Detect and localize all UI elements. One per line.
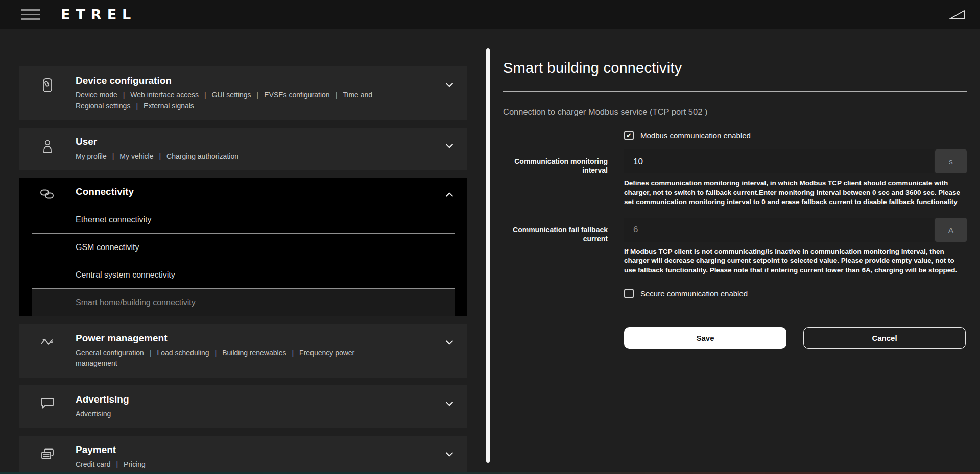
- sidebar-section-user[interactable]: User My profileMy vehicleCharging author…: [19, 128, 467, 170]
- section-title: Advertising: [76, 394, 432, 405]
- modbus-form: Modbus communication enabled Communicati…: [503, 131, 967, 349]
- fallback-current-label: Communication fail fallback current: [503, 218, 608, 286]
- sidebar-section-power-management[interactable]: Power management General configurationLo…: [19, 324, 467, 378]
- section-title: User: [76, 136, 432, 147]
- sidebar-section-device-configuration[interactable]: Device configuration Device modeWeb inte…: [19, 66, 467, 120]
- sidebar-section-advertising[interactable]: Advertising Advertising: [19, 385, 467, 428]
- monitoring-interval-label: Communication monitoring interval: [503, 149, 608, 218]
- signal-strength-icon: [948, 8, 966, 21]
- secure-communication-checkbox-label: Secure communication enabled: [640, 289, 748, 298]
- main-panel: Smart building connectivity Connection t…: [503, 29, 967, 349]
- link-advertising[interactable]: Advertising: [76, 410, 111, 418]
- section-title: Device configuration: [76, 75, 432, 86]
- sidebar-item-ethernet-connectivity[interactable]: Ethernet connectivity: [32, 206, 455, 234]
- modbus-enabled-checkbox-row[interactable]: Modbus communication enabled: [624, 131, 967, 140]
- link-evses-configuration[interactable]: EVSEs configuration: [251, 91, 330, 99]
- section-title: Connectivity: [76, 186, 432, 197]
- monitoring-interval-help-text: Defines communication monitoring interva…: [624, 179, 967, 207]
- chevron-down-icon[interactable]: [432, 385, 467, 409]
- seconds-unit-badge: s: [935, 149, 967, 173]
- page-title: Smart building connectivity: [503, 60, 967, 77]
- modbus-enabled-checkbox-label: Modbus communication enabled: [640, 131, 751, 140]
- section-links: My profileMy vehicleCharging authorizati…: [76, 151, 382, 162]
- link-general-configuration[interactable]: General configuration: [76, 348, 144, 357]
- link-device-mode[interactable]: Device mode: [76, 91, 117, 99]
- sidebar-item-gsm-connectivity[interactable]: GSM connectivity: [32, 234, 455, 261]
- secure-communication-checkbox[interactable]: [624, 289, 634, 298]
- panel-scrollbar[interactable]: [486, 48, 490, 463]
- chevron-down-icon[interactable]: [432, 66, 467, 90]
- chevron-down-icon[interactable]: [432, 128, 467, 151]
- connectivity-header[interactable]: Connectivity: [19, 178, 467, 206]
- fallback-current-help-text: If Modbus TCP client is not communicatin…: [624, 247, 967, 276]
- sidebar-section-payment[interactable]: Payment Credit cardPricing: [19, 436, 467, 474]
- amps-unit-badge: A: [935, 218, 967, 242]
- speech-bubble-icon: [19, 385, 76, 410]
- link-credit-card[interactable]: Credit card: [76, 460, 110, 468]
- etrel-logo: ETREL: [61, 7, 136, 22]
- section-links: Advertising: [76, 409, 382, 419]
- section-links: General configurationLoad schedulingBuil…: [76, 347, 382, 369]
- sidebar-section-connectivity: Connectivity Ethernet connectivity GSM c…: [19, 178, 467, 316]
- link-building-renewables[interactable]: Building renewables: [209, 348, 286, 357]
- link-my-profile[interactable]: My profile: [76, 152, 107, 160]
- sidebar-item-central-system-connectivity[interactable]: Central system connectivity: [32, 261, 455, 289]
- chevron-up-icon[interactable]: [432, 178, 467, 200]
- link-pricing[interactable]: Pricing: [110, 460, 145, 468]
- section-links: Credit cardPricing: [76, 459, 382, 470]
- bottom-accent-strip: [0, 472, 980, 474]
- link-external-signals[interactable]: External signals: [130, 102, 194, 110]
- secure-communication-checkbox-row[interactable]: Secure communication enabled: [624, 289, 967, 298]
- link-my-vehicle[interactable]: My vehicle: [107, 152, 154, 160]
- save-button[interactable]: Save: [624, 327, 786, 349]
- cancel-button[interactable]: Cancel: [803, 327, 966, 349]
- modbus-section-label: Connection to charger Modbus service (TC…: [503, 107, 967, 117]
- link-gui-settings[interactable]: GUI settings: [199, 91, 251, 99]
- monitoring-interval-input[interactable]: [624, 149, 934, 173]
- fallback-current-input[interactable]: [624, 218, 934, 242]
- waveform-icon: [19, 324, 76, 348]
- top-bar: ETREL: [0, 0, 980, 29]
- title-divider: [503, 91, 967, 92]
- credit-card-icon: [19, 436, 76, 461]
- link-charging-authorization[interactable]: Charging authorization: [153, 152, 238, 160]
- link-web-interface-access[interactable]: Web interface access: [117, 91, 199, 99]
- modbus-enabled-checkbox[interactable]: [624, 131, 634, 140]
- hamburger-menu-icon[interactable]: [21, 6, 40, 23]
- chevron-down-icon[interactable]: [432, 324, 467, 347]
- link-chain-icon: [19, 178, 76, 201]
- section-title: Power management: [76, 333, 432, 344]
- user-icon: [19, 128, 76, 154]
- settings-sidebar: Device configuration Device modeWeb inte…: [19, 66, 467, 474]
- sidebar-item-smart-home-building-connectivity[interactable]: Smart home/building connectivity: [32, 289, 455, 316]
- link-load-scheduling[interactable]: Load scheduling: [144, 348, 209, 357]
- section-links: Device modeWeb interface accessGUI setti…: [76, 90, 382, 111]
- section-title: Payment: [76, 444, 432, 456]
- chevron-down-icon[interactable]: [432, 436, 467, 459]
- device-icon: [19, 66, 76, 93]
